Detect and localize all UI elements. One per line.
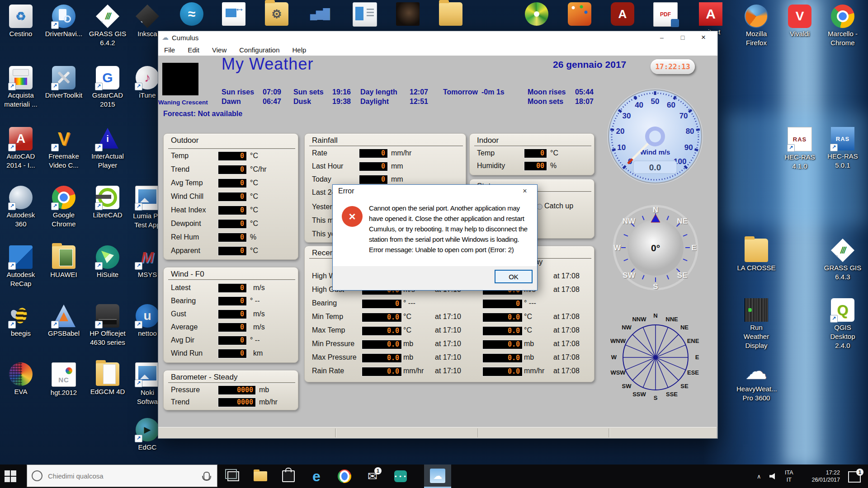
- desktop-icon-palette[interactable]: [560, 2, 599, 27]
- desktop-icon-marcello-chrome[interactable]: Marcello - Chrome: [823, 5, 863, 47]
- svg-text:60: 60: [667, 101, 675, 109]
- svg-text:50: 50: [651, 97, 660, 106]
- task-view-button[interactable]: [222, 465, 244, 488]
- desktop-icon-vivaldi[interactable]: V Vivaldi: [780, 5, 820, 38]
- mail-button[interactable]: ✉ 1: [362, 465, 383, 488]
- desktop-icon-google-chrome[interactable]: ↗ Google Chrome: [44, 186, 84, 229]
- edge-button[interactable]: e: [306, 465, 327, 488]
- desktop-icon-pinwheel[interactable]: [517, 2, 557, 27]
- search-box[interactable]: [27, 465, 217, 487]
- dusk-label: Dusk: [293, 98, 311, 106]
- close-button[interactable]: ×: [693, 31, 714, 44]
- rain-today-value: 0: [359, 175, 388, 184]
- desktop-icon-interactual[interactable]: i ↗ InterActual Player: [88, 127, 127, 170]
- taskbar-clock[interactable]: 17:22 26/01/2017: [805, 465, 840, 488]
- messaging-button[interactable]: • • •: [390, 465, 411, 488]
- desktop-icon-hisuite[interactable]: ↗ HiSuite: [88, 245, 127, 279]
- run-weather-display-icon: [745, 298, 768, 322]
- svg-text:90: 90: [684, 143, 693, 152]
- hisuite-icon: ↗: [96, 245, 119, 269]
- tray-expand-chevron-icon[interactable]: ∧: [757, 465, 761, 488]
- chrome-button[interactable]: [334, 465, 355, 488]
- menu-help[interactable]: Help: [292, 46, 307, 54]
- error-dialog-titlebar[interactable]: Error ×: [333, 185, 537, 197]
- desktop-icon-gpsbabel[interactable]: ↗ GPSBabel: [44, 304, 84, 338]
- svg-text:20: 20: [616, 127, 624, 136]
- interactual-icon: i ↗: [96, 127, 119, 150]
- desktop-icon-beegis[interactable]: ↗ beegis: [1, 304, 41, 338]
- desktop-icon-hec-ras-41[interactable]: RAS↗ HEC-RAS 4.1.0: [780, 127, 820, 171]
- start-button[interactable]: [5, 470, 16, 482]
- daylight-value: 12:51: [410, 98, 428, 106]
- desktop-icon-autodesk-360[interactable]: ↗ Autodesk 360: [1, 186, 41, 229]
- error-dialog-close-icon[interactable]: ×: [518, 187, 532, 195]
- autodesk-recap-icon: ↗: [9, 245, 33, 269]
- desktop-icon-la-crosse[interactable]: LA CROSSE: [736, 239, 776, 272]
- desktop-icon-huawei[interactable]: HUAWEI: [44, 245, 84, 279]
- lumia-photo-icon: ↗: [135, 186, 160, 210]
- mail-badge: 1: [374, 467, 382, 474]
- wind-panel-title: Wind - F0: [164, 267, 298, 279]
- maximize-button[interactable]: □: [672, 31, 693, 44]
- search-input[interactable]: [47, 472, 199, 480]
- desktop-icon-firefox[interactable]: Mozilla Firefox: [736, 5, 776, 47]
- clock-button[interactable]: 17:22:13: [651, 59, 695, 74]
- store-button[interactable]: [278, 465, 299, 488]
- desktop-icon-eva[interactable]: EVA: [1, 362, 41, 396]
- desktop-icon-architect[interactable]: A: [691, 2, 731, 27]
- menu-configuration[interactable]: Configuration: [239, 46, 279, 54]
- desktop-icon-cestino[interactable]: ♻ Cestino: [1, 5, 41, 38]
- desktop-icon-freemake[interactable]: V↗ Freemake Video C...: [44, 127, 84, 170]
- menu-edit[interactable]: Edit: [188, 46, 199, 54]
- menu-view[interactable]: View: [212, 46, 226, 54]
- desktop-icon-acrobat[interactable]: A: [603, 2, 642, 27]
- outdoor-apparent-value: 0: [218, 246, 247, 256]
- itunes-icon: ♪↗: [136, 66, 159, 89]
- desktop-icon-app-window[interactable]: [345, 2, 385, 28]
- wind-direction-compass: N NE E SE S SW W NW 0°: [610, 202, 701, 293]
- file-explorer-button[interactable]: [250, 465, 271, 488]
- title-bar[interactable]: ☁ Cumulus – □ ×: [158, 31, 717, 44]
- desktop-icon-edgcm-4d[interactable]: EdGCM 4D: [88, 362, 127, 396]
- desktop-icon-tools-folder[interactable]: ⚙: [257, 2, 297, 27]
- desktop-icon-image-resizer[interactable]: ↔: [214, 2, 254, 27]
- wind-speed-gauge: 0 10 20 30 40 50 60 70 80 90 100 Wind m/…: [605, 87, 705, 186]
- minimize-button[interactable]: –: [651, 31, 672, 44]
- desktop-icon-hec-ras-51[interactable]: RAS↗ HEC-RAS 5.0.1: [823, 127, 863, 170]
- desktop-icon-grass-gis-642[interactable]: ///↗ GRASS GIS 6.4.2: [88, 5, 127, 47]
- desktop-icon-folder[interactable]: [431, 2, 471, 27]
- desktop-icon-gstarcad[interactable]: G↗ GstarCAD 2015: [88, 66, 127, 109]
- microphone-icon[interactable]: [203, 472, 210, 480]
- desktop-icon-drivertoolkit[interactable]: ↗ DriverToolkit: [44, 66, 84, 100]
- desktop-icon-pdf-file[interactable]: PDF: [646, 2, 685, 28]
- desktop-icon-hgt2012[interactable]: NC hgt.2012: [44, 362, 84, 397]
- desktop-icon-acquista-materiali[interactable]: ↗ Acquista materiali ...: [1, 66, 41, 109]
- recent-row-max-temp: Max Temp0.0°Cat 17:100.0°Cat 17:08: [305, 326, 594, 336]
- menu-file[interactable]: File: [164, 46, 175, 54]
- ok-button[interactable]: OK: [495, 270, 533, 283]
- desktop-icon-heavyweather[interactable]: ☁ HeavyWeat... Pro 3600: [736, 360, 776, 403]
- la-crosse-folder-icon: [745, 239, 768, 262]
- tomorrow-label: Tomorrow: [443, 88, 478, 96]
- desktop-icon-run-weather-display[interactable]: Run Weather Display: [736, 298, 776, 350]
- desktop-icon-librecad[interactable]: ↗ LibreCAD: [88, 186, 127, 220]
- indoor-temp-value: 0: [524, 149, 547, 158]
- desktop-icon-autocad[interactable]: A↗ AutoCAD 2014 - I...: [1, 127, 41, 170]
- desktop-icon-statistics[interactable]: ▄▆█: [300, 2, 340, 27]
- desktop-icon-qgis[interactable]: Q↗ QGIS Desktop 2.4.0: [823, 298, 863, 350]
- desktop-icon-grass-gis-643[interactable]: ///↗ GRASS GIS 6.4.3: [823, 239, 863, 282]
- desktop-icon-drivernavigator[interactable]: ↗ DriverNavi...: [44, 5, 84, 38]
- desktop-icon-dark-image[interactable]: [388, 2, 428, 27]
- folder-icon: [439, 2, 462, 26]
- language-indicator[interactable]: ITAIT: [785, 465, 793, 488]
- svg-text:NNE: NNE: [665, 316, 678, 323]
- volume-icon[interactable]: [769, 473, 777, 479]
- desktop-icon-autodesk-recap[interactable]: ↗ Autodesk ReCap: [1, 245, 41, 288]
- chrome-icon: ↗: [52, 186, 75, 209]
- cortana-icon: [32, 470, 42, 481]
- moon-sets-value: 18:07: [575, 98, 594, 106]
- desktop-icon-hp-officejet[interactable]: ↗ HP Officejet 4630 series: [88, 304, 127, 347]
- desktop-icon-openoffice[interactable]: ≈: [172, 2, 212, 27]
- weather-app-button-active[interactable]: ☁: [424, 465, 451, 488]
- action-center-button[interactable]: 1: [848, 471, 861, 483]
